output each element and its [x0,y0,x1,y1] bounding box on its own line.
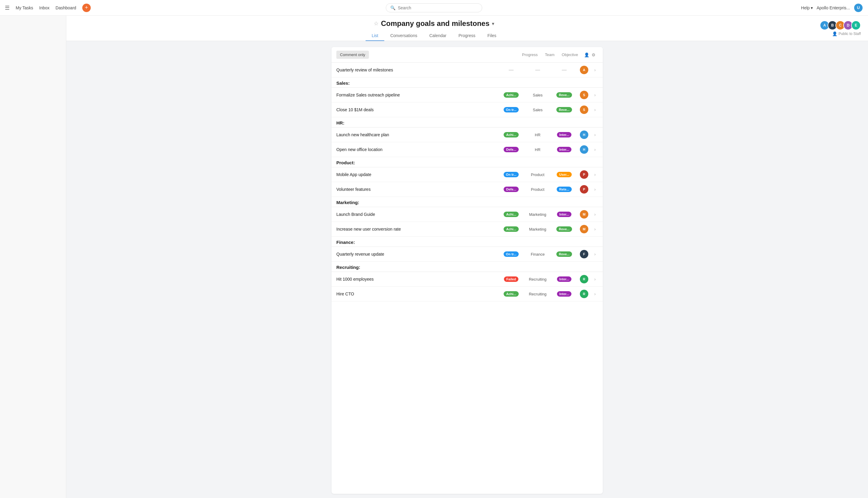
collaborator-avatars: A B C D E [820,21,861,30]
row-arrow-icon[interactable]: › [592,227,598,232]
search-icon: 🔍 [390,5,396,10]
top-navigation: ☰ My Tasks Inbox Dashboard + 🔍 Help ▾ Ap… [0,0,868,16]
task-progress: Achi... [499,132,523,137]
table-row[interactable]: Quarterly review of milestones — — — A › [332,63,603,78]
task-avatar: H [579,131,589,139]
collaborator-avatar-5[interactable]: E [851,21,861,30]
task-avatar: H [579,145,589,154]
dashboard-link[interactable]: Dashboard [55,5,76,10]
task-objective: Reve... [552,107,576,113]
table-row[interactable]: Quarterly revenue update On tr... Financ… [332,247,603,262]
task-name: Volunteer features [336,187,499,192]
company-name[interactable]: Apollo Enterpris... [817,5,850,10]
task-team: — [526,67,550,73]
task-cols: Defe... HR Inter... H › [499,145,598,154]
filter-icon[interactable]: ⚙ [592,52,596,57]
table-row[interactable]: Open new office location Defe... HR Inte… [332,142,603,157]
tab-files[interactable]: Files [481,31,503,41]
row-arrow-icon[interactable]: › [592,252,598,257]
row-arrow-icon[interactable]: › [592,93,598,97]
section-hr: HR: [332,117,603,128]
row-arrow-icon[interactable]: › [592,107,598,112]
person-filter-icon[interactable]: 👤 [584,52,589,57]
table-row[interactable]: Hire CTO Achi... Recruiting Inter... R › [332,287,603,301]
title-chevron-icon[interactable]: ▾ [492,21,494,27]
task-name: Launch new healthcare plan [336,132,499,137]
task-avatar: S [579,91,589,99]
task-cols: Defe... Product Rete... P › [499,185,598,194]
task-objective: — [552,67,576,73]
task-progress: On tr... [499,107,523,113]
inbox-link[interactable]: Inbox [39,5,50,10]
table-row[interactable]: Launch Brand Guide Achi... Marketing Int… [332,207,603,222]
public-badge: Public to Staff [839,32,861,36]
task-progress: Achi... [499,226,523,232]
task-objective: Inter... [552,276,576,282]
task-progress: On tr... [499,172,523,177]
task-progress: Achi... [499,291,523,297]
tab-conversations[interactable]: Conversations [384,31,424,41]
section-title-product: Product: [336,160,355,165]
task-team: Sales [526,93,550,97]
table-row[interactable]: Volunteer features Defe... Product Rete.… [332,182,603,197]
task-name: Formalize Sales outreach pipeline [336,93,499,97]
table-row[interactable]: Mobile App update On tr... Product User.… [332,167,603,182]
help-button[interactable]: Help ▾ [801,5,813,10]
row-arrow-icon[interactable]: › [592,291,598,296]
star-icon[interactable]: ☆ [374,20,378,27]
task-objective: Inter... [552,291,576,297]
col-progress-header: Progress [518,52,541,57]
task-cols: — — — A › [499,66,598,74]
row-arrow-icon[interactable]: › [592,147,598,152]
table-header: Comment only Progress Team Objective 👤 ⚙ [332,47,603,63]
task-progress: Failed [499,276,523,282]
task-team: Marketing [526,212,550,217]
search-input[interactable] [398,5,478,10]
task-name: Increase new user conversion rate [336,227,499,232]
left-sidebar [0,16,66,498]
task-team: Finance [526,252,550,257]
search-bar[interactable]: 🔍 [386,3,482,12]
task-name: Quarterly revenue update [336,252,499,257]
task-name: Close 10 $1M deals [336,107,499,112]
task-team: HR [526,133,550,137]
task-objective: Reve... [552,251,576,257]
tab-progress[interactable]: Progress [452,31,481,41]
task-progress: Achi... [499,212,523,217]
row-arrow-icon[interactable]: › [592,187,598,192]
task-team: Recruiting [526,292,550,296]
row-arrow-icon[interactable]: › [592,67,598,73]
user-avatar[interactable]: U [854,3,863,13]
task-cols: Failed Recruiting Inter... R › [499,275,598,283]
my-tasks-link[interactable]: My Tasks [16,5,33,10]
task-avatar: M [579,225,589,233]
row-arrow-icon[interactable]: › [592,212,598,217]
table-row[interactable]: Increase new user conversion rate Achi..… [332,222,603,237]
task-cols: Achi... Marketing Reve... M › [499,225,598,233]
add-button[interactable]: + [82,4,91,12]
task-team: HR [526,147,550,152]
task-team: Marketing [526,227,550,232]
hamburger-icon[interactable]: ☰ [5,4,10,11]
table-row[interactable]: Hit 1000 employees Failed Recruiting Int… [332,272,603,287]
page-title-row: ☆ Company goals and milestones ▾ [0,19,868,28]
col-objective-header: Objective [558,52,582,57]
table-row[interactable]: Close 10 $1M deals On tr... Sales Reve..… [332,103,603,117]
nav-right: Help ▾ Apollo Enterpris... U [482,3,863,13]
person-icon: 👤 [832,31,837,36]
task-avatar: R [579,290,589,298]
row-arrow-icon[interactable]: › [592,172,598,177]
table-row[interactable]: Formalize Sales outreach pipeline Achi..… [332,88,603,103]
tab-list[interactable]: List [365,31,384,41]
task-objective: Reve... [552,226,576,232]
tab-calendar[interactable]: Calendar [423,31,452,41]
task-name: Quarterly review of milestones [336,67,499,73]
section-recruiting: Recruiting: [332,262,603,272]
table-row[interactable]: Launch new healthcare plan Achi... HR In… [332,128,603,142]
comment-only-button[interactable]: Comment only [336,51,369,59]
row-arrow-icon[interactable]: › [592,277,598,281]
row-arrow-icon[interactable]: › [592,132,598,137]
nav-left: ☰ My Tasks Inbox Dashboard + [5,4,386,12]
task-avatar: P [579,185,589,194]
task-progress: — [499,67,523,73]
